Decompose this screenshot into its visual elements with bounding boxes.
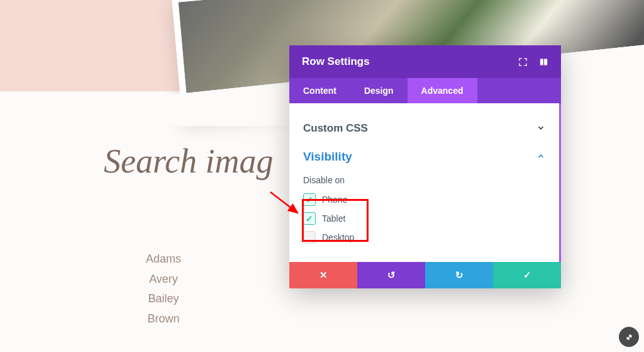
list-item[interactable]: Adams bbox=[126, 249, 201, 270]
modal-footer: ✕ ↺ ↻ ✓ bbox=[289, 262, 561, 288]
chevron-up-icon bbox=[536, 152, 545, 162]
name-list: Adams Avery Bailey Brown bbox=[126, 249, 201, 329]
tab-advanced[interactable]: Advanced bbox=[408, 78, 477, 103]
svg-rect-0 bbox=[540, 59, 543, 65]
section-title: Visibility bbox=[303, 150, 352, 164]
expand-icon[interactable] bbox=[518, 57, 528, 67]
option-phone[interactable]: ✓ Phone bbox=[303, 190, 545, 209]
modal-body: Custom CSS Visibility Disable on ✓ Phone bbox=[289, 103, 561, 262]
search-heading: Search imag bbox=[104, 142, 273, 181]
checkbox-tablet[interactable]: ✓ bbox=[303, 212, 316, 225]
section-title: Custom CSS bbox=[303, 122, 368, 135]
modal-header: Row Settings bbox=[289, 45, 561, 78]
checkbox-desktop[interactable] bbox=[303, 231, 316, 244]
modal-title: Row Settings bbox=[302, 55, 370, 68]
list-item[interactable]: Avery bbox=[126, 270, 201, 290]
disable-on-label: Disable on bbox=[303, 175, 545, 185]
section-visibility: Visibility Disable on ✓ Phone ✓ Tablet D… bbox=[303, 142, 545, 254]
option-desktop[interactable]: Desktop bbox=[303, 228, 545, 247]
option-label: Tablet bbox=[322, 213, 345, 224]
redo-button[interactable]: ↻ bbox=[425, 262, 493, 288]
close-button[interactable]: ✕ bbox=[289, 262, 357, 288]
list-item[interactable]: Bailey bbox=[126, 289, 201, 309]
option-tablet[interactable]: ✓ Tablet bbox=[303, 209, 545, 228]
save-button[interactable]: ✓ bbox=[493, 262, 561, 288]
modal-tabs: Content Design Advanced bbox=[289, 78, 561, 103]
option-label: Phone bbox=[322, 195, 347, 205]
resize-fab[interactable] bbox=[619, 327, 639, 347]
section-custom-css: Custom CSS bbox=[303, 115, 545, 142]
undo-button[interactable]: ↺ bbox=[357, 262, 425, 288]
checkbox-phone[interactable]: ✓ bbox=[303, 193, 316, 206]
chevron-down-icon bbox=[536, 123, 545, 134]
section-custom-css-toggle[interactable]: Custom CSS bbox=[303, 122, 545, 135]
tab-design[interactable]: Design bbox=[350, 78, 408, 103]
columns-icon[interactable] bbox=[539, 57, 548, 67]
disable-on-options: ✓ Phone ✓ Tablet Desktop bbox=[303, 190, 545, 247]
svg-rect-1 bbox=[544, 59, 547, 65]
list-item[interactable]: Brown bbox=[126, 309, 201, 329]
row-settings-modal: Row Settings Content Design Advanced Cus… bbox=[289, 45, 561, 288]
tab-content[interactable]: Content bbox=[289, 78, 350, 103]
section-visibility-toggle[interactable]: Visibility bbox=[303, 150, 545, 164]
option-label: Desktop bbox=[322, 232, 354, 242]
